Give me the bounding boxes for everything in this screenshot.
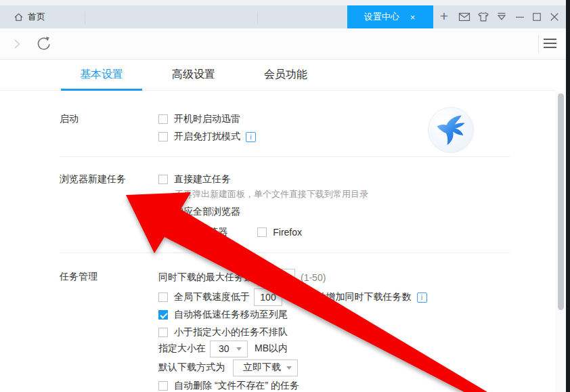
row-size-limit: 指定大小在 30 MB以内 [158,340,427,357]
respond-all-checkbox[interactable] [158,207,168,217]
max-tasks-label: 同时下载的最大任务数 [158,271,253,284]
row-respond-all: 响应全部浏览器 [158,204,368,220]
tab-member-features[interactable]: 会员功能 [245,60,326,91]
max-tasks-range: (1-50) [301,272,326,283]
refresh-icon[interactable] [35,35,51,51]
dnd-checkbox[interactable] [158,132,168,141]
row-download-mode: 默认下载方式为 立即下载 [158,359,427,376]
download-mode-value: 立即下载 [243,362,281,374]
minimize-icon[interactable] [514,11,526,23]
ie-checkbox[interactable] [175,227,184,237]
chevron-down-icon [236,347,242,351]
row-autostart: 开机时启动迅雷 [158,111,256,127]
tab-advanced-settings[interactable]: 高级设置 [153,60,234,91]
section-startup-label: 启动 [60,111,158,145]
xunlei-settings-window: 首页 设置中心 × + [0,0,570,392]
tab-basic-settings[interactable]: 基本设置 [61,60,142,91]
row-move-low-speed: 自动将低速任务移动至列尾 [158,307,427,322]
maximize-icon[interactable] [531,11,543,23]
autostart-checkbox[interactable] [158,114,168,124]
home-tab[interactable]: 首页 [8,5,51,28]
new-tab-button[interactable]: + [435,7,453,27]
autostart-label: 开机时启动迅雷 [174,113,240,125]
settings-tabs: 基本设置 高级设置 会员功能 [0,60,555,91]
download-mode-label: 默认下载方式为 [158,362,225,374]
ie-label: IE浏览器 [190,226,227,238]
size-limit-suffix: MB以内 [255,343,288,355]
forward-chevron-icon[interactable] [9,36,25,52]
desktop-background-edge [566,0,570,392]
no-queue-checkbox[interactable] [158,328,168,337]
minimize-to-tray-icon[interactable] [495,10,508,24]
xunlei-bird-icon [433,112,469,148]
row-auto-delete: 自动删除 “文件不存在” 的任务 [158,378,427,392]
home-tab-label: 首页 [28,11,45,23]
titlebar-icons [458,5,561,28]
speed-threshold-input[interactable]: 100 [254,288,282,306]
home-icon [14,12,24,22]
chevron-down-icon [286,366,292,370]
auto-delete-checkbox[interactable] [158,381,168,391]
row-no-queue: 小于指定大小的任务不排队 [158,325,427,340]
section-browser-task-label: 浏览器新建任务 [60,171,158,240]
size-limit-value: 30 [219,343,229,354]
speed-threshold-checkbox[interactable] [158,292,168,302]
row-dnd: 开启免打扰模式 i [158,129,256,145]
direct-task-checkbox[interactable] [158,175,168,184]
window-top-strip [0,0,570,5]
xunlei-logo [428,107,474,153]
dnd-label: 开启免打扰模式 [174,131,240,143]
dnd-info-icon[interactable]: i [246,132,256,142]
row-browsers: IE浏览器 Firefox [158,224,368,240]
skin-icon[interactable] [477,10,490,24]
firefox-label: Firefox [273,227,302,238]
section-task-management: 任务管理 同时下载的最大任务数 5 (1-50) 全局下载速度低于 100 KB… [0,269,555,392]
direct-task-label: 直接建立任务 [174,173,231,186]
close-icon[interactable] [548,11,561,23]
tab-settings-center[interactable]: 设置中心 × [347,5,433,28]
move-low-speed-label: 自动将低速任务移动至列尾 [174,309,288,321]
menu-icon[interactable] [544,39,556,48]
auto-delete-label: 自动删除 “文件不存在” 的任务 [174,380,299,392]
download-mode-dropdown[interactable]: 立即下载 [233,360,298,376]
move-low-speed-checkbox[interactable] [158,310,168,320]
size-limit-dropdown[interactable]: 30 [210,341,248,357]
speed-info-icon[interactable]: i [417,292,427,303]
section-divider [60,156,510,157]
direct-task-hint: 不再弹出新建面板，单个文件直接下载到常用目录 [175,188,368,201]
section-task-management-label: 任务管理 [60,269,158,392]
no-queue-label: 小于指定大小的任务不排队 [174,326,288,339]
section-browser-task: 浏览器新建任务 直接建立任务 不再弹出新建面板，单个文件直接下载到常用目录 响应… [0,171,555,240]
nav-toolbar [0,28,566,60]
size-limit-label: 指定大小在 [158,343,206,355]
scrollbar-thumb[interactable] [558,93,564,310]
tab-separator [85,12,85,24]
row-speed-threshold: 全局下载速度低于 100 KB/s自动增加同时下载任务数 i [158,288,427,306]
tab-separator [257,12,258,24]
toolbar-separator [538,35,539,53]
max-tasks-input[interactable]: 5 [257,269,295,286]
tab-settings-center-label: 设置中心 [364,11,399,23]
respond-all-label: 响应全部浏览器 [174,206,240,218]
settings-content: 基本设置 高级设置 会员功能 启动 开机时启动迅雷 开启免打扰模式 i [0,60,555,392]
row-direct-task: 直接建立任务 [158,171,368,188]
speed-threshold-label: 全局下载速度低于 [174,291,250,303]
section-divider [60,253,510,253]
tab-bar: 首页 设置中心 × + [0,5,570,28]
firefox-checkbox[interactable] [257,227,267,237]
scrollbar-track[interactable] [555,91,566,392]
speed-threshold-suffix: KB/s自动增加同时下载任务数 [287,291,412,303]
row-max-tasks: 同时下载的最大任务数 5 (1-50) [158,269,427,286]
mail-icon[interactable] [458,10,471,24]
tab-close-icon[interactable]: × [409,12,417,22]
